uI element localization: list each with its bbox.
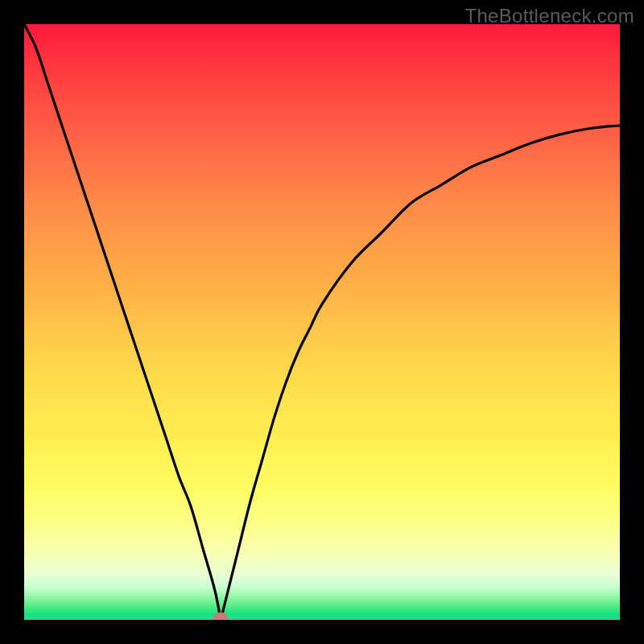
plot-area (24, 24, 620, 620)
bottleneck-curve (24, 24, 620, 620)
chart-frame: TheBottleneck.com (0, 0, 644, 644)
svg-point-0 (213, 613, 228, 620)
watermark-text: TheBottleneck.com (464, 5, 634, 27)
